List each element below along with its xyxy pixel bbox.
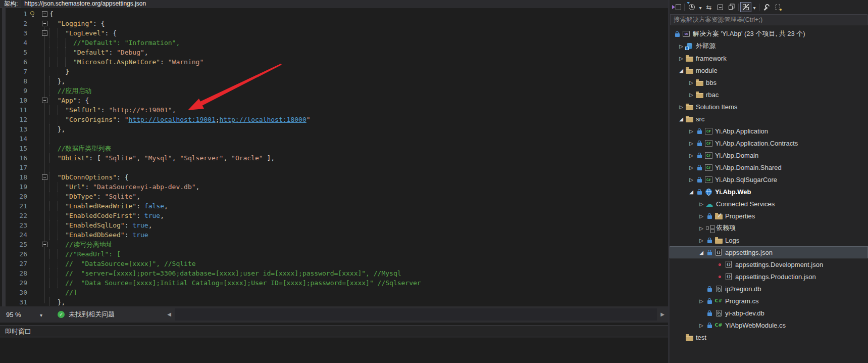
show-all-files-icon[interactable] — [772, 2, 783, 12]
tree-row[interactable]: ▷依赖项 — [670, 222, 868, 234]
immediate-window-body[interactable] — [0, 338, 668, 363]
code-text[interactable]: "Default": "Debug", — [49, 48, 148, 57]
tree-row[interactable]: ip2region.db — [670, 283, 868, 295]
code-text[interactable]: //数据库类型列表 — [49, 144, 111, 153]
code-text[interactable]: // "DataSource=[xxxx]", //Sqlite — [49, 259, 196, 268]
zoom-level-dropdown[interactable]: 95 % — [3, 309, 45, 320]
tree-row[interactable]: ◢Yi.Abp.Web — [670, 186, 868, 198]
code-text[interactable]: "EnabledReadWrite": false, — [49, 201, 168, 211]
tree-row[interactable]: ▷外部源 — [670, 40, 868, 52]
expander-icon[interactable]: ▷ — [688, 80, 695, 85]
code-text[interactable]: // "server=[xxxx];port=3306;database=[xx… — [49, 268, 401, 278]
code-text[interactable]: }, — [49, 76, 65, 86]
code-text[interactable] — [49, 163, 58, 172]
expander-icon[interactable]: ◢ — [678, 116, 685, 122]
code-text[interactable]: //"ReadUrl": [ — [49, 249, 121, 259]
expander-icon[interactable]: ▷ — [688, 153, 695, 158]
fold-toggle-icon[interactable] — [42, 174, 47, 180]
fold-toggle-icon[interactable] — [42, 242, 47, 247]
expander-icon[interactable]: ▷ — [678, 56, 685, 61]
scroll-left-arrow-icon[interactable] — [166, 310, 173, 319]
tree-row[interactable]: ▷Yi.Abp.Application.Contracts — [670, 137, 868, 149]
tree-row[interactable]: ▷Program.cs — [670, 295, 868, 307]
expander-icon[interactable]: ▷ — [698, 213, 705, 219]
tree-row[interactable]: appsettings.Development.json — [670, 258, 868, 270]
code-text[interactable]: //"Default": "Information", — [49, 38, 180, 48]
properties-icon[interactable] — [761, 2, 772, 12]
tree-row[interactable]: ▷Logs — [670, 234, 868, 246]
code-text[interactable]: { — [49, 9, 54, 19]
tree-row[interactable]: ▷Properties — [670, 210, 868, 222]
code-editor[interactable]: 1{2"Logging": {3"LogLevel": {4//"Default… — [0, 8, 668, 306]
code-text[interactable] — [49, 134, 58, 144]
sync-dropdown-icon[interactable] — [751, 2, 757, 12]
code-text[interactable]: "DbType": "Sqlite", — [49, 192, 140, 201]
code-hyperlink[interactable]: http://localhost:19001 — [129, 116, 216, 123]
tree-row[interactable]: ▷Connected Services — [670, 198, 868, 210]
code-text[interactable]: }, — [49, 297, 65, 306]
code-text[interactable]: "Logging": { — [49, 19, 105, 28]
code-text[interactable]: }, — [49, 124, 65, 134]
switch-views-icon[interactable] — [672, 2, 683, 12]
fold-toggle-icon[interactable] — [42, 98, 47, 103]
scroll-right-arrow-icon[interactable] — [659, 310, 666, 319]
expander-icon[interactable]: ▷ — [698, 238, 705, 243]
expander-icon[interactable]: ▷ — [688, 141, 695, 146]
code-text[interactable]: "EnabledCodeFirst": true, — [49, 211, 164, 220]
fold-toggle-icon[interactable] — [42, 30, 47, 36]
expander-icon[interactable]: ▷ — [688, 128, 695, 134]
tree-row[interactable]: 解决方案 'Yi.Abp' (23 个项目, 共 23 个) — [670, 28, 868, 40]
expander-icon[interactable]: ▷ — [698, 225, 705, 231]
code-text[interactable]: "EnabledDbSeed": true — [49, 230, 148, 240]
schema-url-combobox[interactable]: https://json.schemastore.org/appsettings… — [21, 0, 668, 8]
code-text[interactable]: } — [49, 67, 69, 76]
expander-icon[interactable]: ▷ — [688, 165, 695, 170]
expander-icon[interactable]: ▷ — [678, 104, 685, 110]
code-text[interactable]: "Microsoft.AspNetCore": "Warning" — [49, 57, 203, 67]
tree-row[interactable]: ▷Yi.Abp.Domain.Shared — [670, 161, 868, 173]
expander-icon[interactable]: ▷ — [698, 323, 705, 328]
code-text[interactable]: "CorsOrigins": "http://localhost:19001;h… — [49, 115, 311, 124]
code-text[interactable]: "DbList": [ "Sqlite", "Mysql", "Sqlserve… — [49, 153, 275, 163]
tree-row[interactable]: ▷bbs — [670, 76, 868, 88]
collapse-all-icon[interactable] — [714, 2, 726, 12]
expander-icon[interactable]: ◢ — [698, 250, 705, 255]
tree-row[interactable]: appsettings.Production.json — [670, 270, 868, 283]
expander-icon[interactable]: ▷ — [678, 43, 685, 49]
code-text[interactable]: //] — [49, 288, 77, 297]
lightbulb-icon[interactable] — [30, 11, 34, 15]
tree-row[interactable]: ▷Yi.Abp.Domain — [670, 149, 868, 161]
horizontal-scrollbar[interactable] — [175, 308, 657, 321]
fold-toggle-icon[interactable] — [42, 21, 47, 26]
tree-row[interactable]: ▷Yi.Abp.SqlSugarCore — [670, 173, 868, 186]
immediate-window-title[interactable]: 即时窗口 — [0, 326, 668, 337]
pending-changes-filter-icon[interactable] — [686, 2, 697, 12]
code-text[interactable]: "App": { — [49, 96, 89, 105]
tree-row[interactable]: ▷rbac — [670, 88, 868, 101]
code-text[interactable]: //应用启动 — [49, 86, 91, 96]
expander-icon[interactable]: ▷ — [688, 177, 695, 183]
code-text[interactable]: "LogLevel": { — [49, 28, 117, 38]
tree-row[interactable]: ▷Yi.Abp.Application — [670, 125, 868, 137]
tree-row[interactable]: ◢appsettings.json — [670, 246, 868, 258]
expander-icon[interactable]: ▷ — [688, 92, 695, 98]
code-text[interactable]: // "Data Source=[xxxx];Initial Catalog=[… — [49, 278, 421, 288]
solution-search-input[interactable] — [671, 16, 867, 23]
code-text[interactable]: //读写分离地址 — [49, 240, 113, 249]
sync-with-active-document-icon[interactable] — [740, 2, 751, 12]
tree-row[interactable]: yi-abp-dev.db — [670, 307, 868, 319]
preview-selected-items-icon[interactable] — [726, 2, 737, 12]
tree-row[interactable]: ▷Solution Items — [670, 101, 868, 113]
code-hyperlink[interactable]: http://localhost:18000 — [220, 116, 307, 123]
code-text[interactable]: "SelfUrl": "http://*:19001", — [49, 105, 176, 115]
code-text[interactable]: "Url": "DataSource=yi-abp-dev.db", — [49, 182, 199, 192]
tree-row[interactable]: test — [670, 331, 868, 343]
expander-icon[interactable]: ◢ — [688, 189, 695, 195]
expander-icon[interactable]: ▷ — [698, 298, 705, 304]
code-text[interactable]: "EnabledSqlLog": true, — [49, 220, 152, 230]
tree-row[interactable]: ▷framework — [670, 52, 868, 64]
sync-icon[interactable]: ⇆ — [703, 2, 714, 12]
tree-row[interactable]: ◢src — [670, 113, 868, 125]
tree-row[interactable]: ▷YiAbpWebModule.cs — [670, 319, 868, 331]
expander-icon[interactable]: ▷ — [698, 201, 705, 207]
